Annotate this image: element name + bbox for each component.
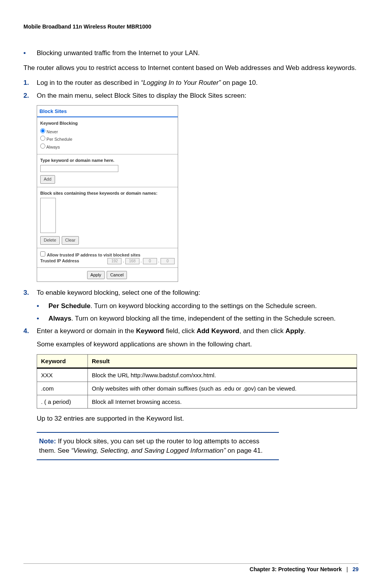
keyword-input[interactable] <box>40 165 118 172</box>
intro-bullet-text: Blocking unwanted traffic from the Inter… <box>37 48 359 58</box>
step-3b-text: Always. Turn on keyword blocking all the… <box>48 314 359 323</box>
per-schedule-desc: . Turn on keyword blocking according to … <box>91 302 317 310</box>
intro-bullet-row: • Blocking unwanted traffic from the Int… <box>23 48 359 58</box>
step-3b: • Always. Turn on keyword blocking all t… <box>37 314 359 323</box>
step-4: 4. Enter a keyword or domain in the Keyw… <box>23 326 359 336</box>
cell-keyword: . ( a period) <box>37 395 88 409</box>
note-link: “Viewing, Selecting, and Saving Logged I… <box>71 447 226 454</box>
bullet-icon: • <box>37 301 48 311</box>
step-4-paragraph: Some examples of keyword applications ar… <box>37 340 359 349</box>
radio-per-label: Per Schedule <box>46 137 72 142</box>
ip-octet-4[interactable]: 0 <box>161 258 175 264</box>
footer-separator: | <box>346 566 348 572</box>
step-4-post: . <box>304 327 306 335</box>
note-label: Note: <box>39 437 56 445</box>
cell-keyword: .com <box>37 382 88 395</box>
per-schedule-label: Per Schedule <box>48 302 91 310</box>
page-footer: Chapter 3: Protecting Your Network | 29 <box>23 563 359 572</box>
trusted-checkbox-row: Allow trusted IP address to visit blocke… <box>40 251 175 258</box>
step-1-pre: Log in to the router as described in <box>37 79 141 86</box>
blocked-list[interactable] <box>40 198 56 233</box>
block-list-label: Block sites containing these keywords or… <box>40 190 175 196</box>
trusted-checkbox[interactable] <box>40 251 45 256</box>
radio-always-row: Always <box>40 143 175 150</box>
step-1-text: Log in to the router as described in “Lo… <box>37 78 359 88</box>
cell-keyword: XXX <box>37 368 88 382</box>
ip-octet-2[interactable]: 168 <box>125 258 139 264</box>
doc-header-title: Mobile Broadband 11n Wireless Router MBR… <box>23 23 359 30</box>
keyword-blocking-section: Keyword Blocking Never Per Schedule Alwa… <box>37 117 178 154</box>
step-4-text: Enter a keyword or domain in the Keyword… <box>37 326 359 336</box>
clear-button[interactable]: Clear <box>62 236 79 244</box>
step-number: 4. <box>23 326 37 336</box>
table-row: XXX Block the URL http://www.badstuf.com… <box>37 368 357 382</box>
cell-result: Only websites with other domain suffixes… <box>88 382 357 395</box>
step-1-post: on page 10. <box>221 79 258 86</box>
ip-fields: 192 . 168 . 0 . 0 <box>107 258 175 264</box>
table-header-keyword: Keyword <box>37 355 88 368</box>
bullet-icon: • <box>23 48 37 58</box>
table-header-result: Result <box>88 355 357 368</box>
always-desc: . Turn on keyword blocking all the time,… <box>71 315 336 322</box>
always-label: Always <box>48 315 71 322</box>
step-3a: • Per Schedule. Turn on keyword blocking… <box>37 301 359 311</box>
cancel-button[interactable]: Cancel <box>107 271 127 279</box>
step-2-text: On the main menu, select Block Sites to … <box>37 91 359 100</box>
apply-button[interactable]: Apply <box>87 271 105 279</box>
block-sites-screenshot: Block Sites Keyword Blocking Never Per S… <box>37 105 178 282</box>
type-keyword-section: Type keyword or domain name here. Add <box>37 154 178 187</box>
bullet-icon: • <box>37 314 48 323</box>
apply-label: Apply <box>286 327 304 335</box>
step-2: 2. On the main menu, select Block Sites … <box>23 91 359 100</box>
screenshot-title: Block Sites <box>37 106 178 117</box>
radio-always[interactable] <box>40 143 45 149</box>
intro-paragraph: The router allows you to restrict access… <box>23 63 359 73</box>
ip-octet-3[interactable]: 0 <box>143 258 157 264</box>
radio-never[interactable] <box>40 128 45 133</box>
step-4-mid1: field, click <box>164 327 196 335</box>
type-keyword-label: Type keyword or domain name here. <box>40 158 175 163</box>
ip-octet-1[interactable]: 192 <box>107 258 121 264</box>
step-4-pre: Enter a keyword or domain in the <box>37 327 136 335</box>
footer-chapter: Chapter 3: Protecting Your Network <box>250 566 342 572</box>
step-3-text: To enable keyword blocking, select one o… <box>37 288 359 298</box>
table-row: . ( a period) Block all Internet browsin… <box>37 395 357 409</box>
step-number: 3. <box>23 288 37 298</box>
keyword-field-label: Keyword <box>136 327 164 335</box>
footer-page-number: 29 <box>352 566 359 572</box>
add-keyword-label: Add Keyword <box>196 327 239 335</box>
add-button[interactable]: Add <box>40 175 55 183</box>
note-box: Note: If you block sites, you can set up… <box>37 432 279 460</box>
step-1-link: “Logging In to Your Router” <box>141 79 221 86</box>
radio-per-row: Per Schedule <box>40 136 175 142</box>
block-list-section: Block sites containing these keywords or… <box>37 187 178 248</box>
note-post: on page 41. <box>226 447 263 454</box>
trusted-ip-row: Trusted IP Address 192 . 168 . 0 . 0 <box>40 258 175 264</box>
step-number: 2. <box>23 91 37 100</box>
step-3a-text: Per Schedule. Turn on keyword blocking a… <box>48 301 359 311</box>
screenshot-footer: Apply Cancel <box>37 268 178 281</box>
radio-never-label: Never <box>46 129 58 134</box>
trusted-ip-label: Trusted IP Address <box>40 258 79 264</box>
radio-always-label: Always <box>46 145 60 149</box>
keyword-blocking-label: Keyword Blocking <box>40 120 175 126</box>
radio-per-schedule[interactable] <box>40 136 45 141</box>
table-header-row: Keyword Result <box>37 355 357 368</box>
step-1: 1. Log in to the router as described in … <box>23 78 359 88</box>
cell-result: Block all Internet browsing access. <box>88 395 357 409</box>
step-number: 1. <box>23 78 37 88</box>
cell-result: Block the URL http://www.badstuf.com/xxx… <box>88 368 357 382</box>
radio-never-row: Never <box>40 128 175 135</box>
trusted-checkbox-label: Allow trusted IP address to visit blocke… <box>47 253 140 257</box>
table-row: .com Only websites with other domain suf… <box>37 382 357 395</box>
keyword-result-table: Keyword Result XXX Block the URL http://… <box>37 354 357 409</box>
trusted-ip-section: Allow trusted IP address to visit blocke… <box>37 248 178 268</box>
delete-button[interactable]: Delete <box>40 236 60 244</box>
after-table-paragraph: Up to 32 entries are supported in the Ke… <box>37 414 359 423</box>
body-content: • Blocking unwanted traffic from the Int… <box>23 48 359 460</box>
step-4-mid2: , and then click <box>239 327 286 335</box>
step-3: 3. To enable keyword blocking, select on… <box>23 288 359 298</box>
